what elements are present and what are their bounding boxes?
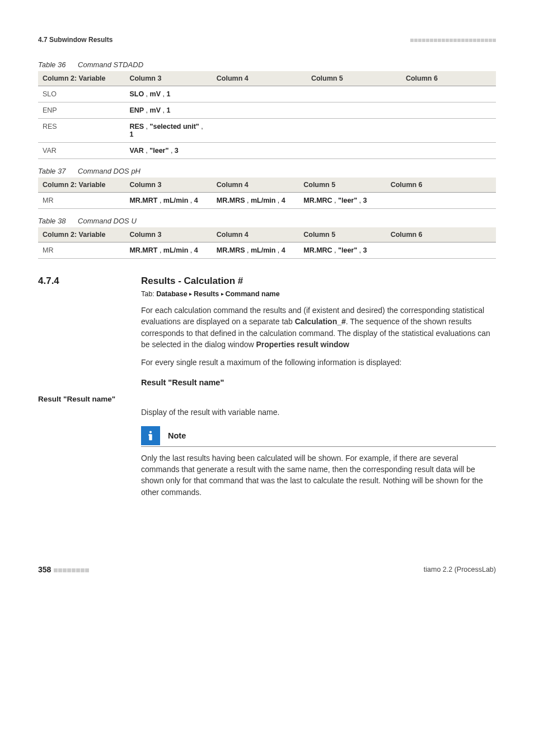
table-row: VAR VAR , "leer" , 3 xyxy=(38,143,496,159)
cell-col5: MR.MRC , "leer" , 3 xyxy=(299,193,386,209)
page-header: 4.7 Subwindow Results xyxy=(38,36,496,44)
table-row: RES RES , "selected unit" , 1 xyxy=(38,119,496,143)
section-heading: 4.7.4 Results - Calculation # xyxy=(38,276,496,287)
field-label-result-name: Result "Result name" xyxy=(38,395,496,403)
table37-h4: Column 5 xyxy=(299,178,386,193)
cell-var: VAR xyxy=(38,143,125,159)
footer-product: tiamo 2.2 (ProcessLab) xyxy=(424,566,496,573)
table37: Column 2: Variable Column 3 Column 4 Col… xyxy=(38,178,496,209)
table37-h1: Column 2: Variable xyxy=(38,178,125,193)
note-title: Note xyxy=(168,431,186,440)
table38-caption: Table 38 Command DOS U xyxy=(38,217,496,225)
table38-h4: Column 5 xyxy=(299,227,386,242)
tab-label: Tab: xyxy=(141,290,154,298)
cell-var: RES xyxy=(38,119,125,143)
page-footer: 358 tiamo 2.2 (ProcessLab) xyxy=(38,565,496,574)
svg-rect-2 xyxy=(148,434,151,436)
chevron-right-icon: ▸ xyxy=(189,291,194,297)
tab-seg-1: Database xyxy=(156,290,188,298)
table36-number: Table 36 xyxy=(38,60,65,69)
subhead-result-name: Result "Result name" xyxy=(141,378,496,387)
cell-col3: MR.MRT , mL/min , 4 xyxy=(125,242,212,259)
table36-caption: Table 36 Command STDADD xyxy=(38,60,496,69)
cell-col3: ENP , mV , 1 xyxy=(125,102,212,119)
table37-title: Command DOS pH xyxy=(78,167,140,175)
cell-var: SLO xyxy=(38,86,125,102)
section-number: 4.7.4 xyxy=(38,276,141,287)
header-section-label: 4.7 Subwindow Results xyxy=(38,36,113,44)
table36-h1: Column 2: Variable xyxy=(38,71,125,86)
cell-var: MR xyxy=(38,193,125,209)
cell-col3: MR.MRT , mL/min , 4 xyxy=(125,193,212,209)
cell-col3: RES , "selected unit" , 1 xyxy=(125,119,212,143)
cell-col4: MR.MRS , mL/min , 4 xyxy=(212,193,299,209)
table37-number: Table 37 xyxy=(38,167,65,175)
table38-h3: Column 4 xyxy=(212,227,299,242)
chevron-right-icon: ▸ xyxy=(221,291,226,297)
note-header: Note xyxy=(141,426,496,447)
cell-col3: SLO , mV , 1 xyxy=(125,86,212,102)
table-row: MR MR.MRT , mL/min , 4 MR.MRS , mL/min ,… xyxy=(38,193,496,209)
svg-point-0 xyxy=(149,431,152,433)
footer-page-number: 358 xyxy=(38,565,89,574)
table38-h2: Column 3 xyxy=(125,227,212,242)
tab-path: Tab: Database ▸ Results ▸ Command name xyxy=(141,290,496,298)
table-row: SLO SLO , mV , 1 xyxy=(38,86,496,102)
note-block: Note Only the last results having been c… xyxy=(141,426,496,498)
table36-h2: Column 3 xyxy=(125,71,212,86)
table37-h5: Column 6 xyxy=(386,178,496,193)
table36-h4: Column 5 xyxy=(307,71,401,86)
info-icon xyxy=(141,426,160,445)
field-desc: Display of the result with variable name… xyxy=(141,407,496,418)
table37-h3: Column 4 xyxy=(212,178,299,193)
cell-var: ENP xyxy=(38,102,125,119)
table37-caption: Table 37 Command DOS pH xyxy=(38,167,496,175)
section-para-2: For every single result a maximum of the… xyxy=(141,357,496,368)
table38-h1: Column 2: Variable xyxy=(38,227,125,242)
cell-col4: MR.MRS , mL/min , 4 xyxy=(212,242,299,259)
cell-var: MR xyxy=(38,242,125,259)
tab-seg-2: Results xyxy=(194,290,219,298)
page: 4.7 Subwindow Results Table 36 Command S… xyxy=(0,0,534,596)
table38-number: Table 38 xyxy=(38,217,65,225)
section-title: Results - Calculation # xyxy=(141,276,243,287)
tab-seg-3: Command name xyxy=(225,290,279,298)
table36: Column 2: Variable Column 3 Column 4 Col… xyxy=(38,71,496,159)
cell-col3: VAR , "leer" , 3 xyxy=(125,143,212,159)
table-row: MR MR.MRT , mL/min , 4 MR.MRS , mL/min ,… xyxy=(38,242,496,259)
cell-col5: MR.MRC , "leer" , 3 xyxy=(299,242,386,259)
section-para-1: For each calculation command the results… xyxy=(141,305,496,350)
table37-h2: Column 3 xyxy=(125,178,212,193)
table38-title: Command DOS U xyxy=(78,217,137,225)
header-ornament xyxy=(410,36,496,44)
table38-h5: Column 6 xyxy=(386,227,496,242)
table36-h3: Column 4 xyxy=(212,71,307,86)
table-row: ENP ENP , mV , 1 xyxy=(38,102,496,119)
table38: Column 2: Variable Column 3 Column 4 Col… xyxy=(38,227,496,259)
note-body: Only the last results having been calcul… xyxy=(141,452,496,498)
table36-h5: Column 6 xyxy=(401,71,496,86)
table36-title: Command STDADD xyxy=(78,60,143,69)
